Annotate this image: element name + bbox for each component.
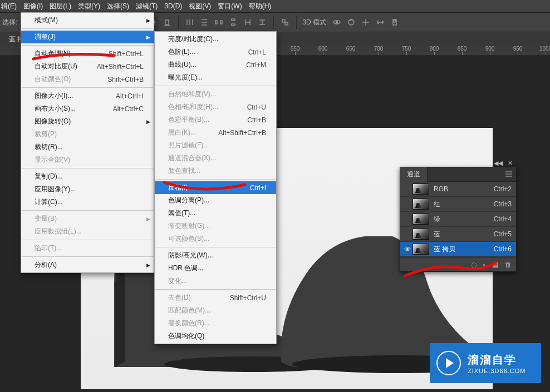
adjust-menu-item[interactable]: 色调均化(Q) (155, 330, 276, 343)
channel-row[interactable]: RGBCtrl+2 (400, 182, 516, 197)
image-menu-item[interactable]: 自动对比度(U)Alt+Shift+Ctrl+L (21, 60, 154, 73)
image-menu-item[interactable]: 调整(J) (21, 31, 154, 43)
channel-row[interactable]: 红Ctrl+3 (400, 197, 516, 212)
image-menu-item[interactable]: 自动色调(N)Shift+Ctrl+L (21, 47, 154, 60)
menu-divider (22, 28, 153, 29)
adjust-menu-item[interactable]: 亮度/对比度(C)... (155, 33, 276, 46)
distribute-spacing2-icon[interactable] (257, 17, 268, 28)
ruler-mark: 650 (346, 46, 356, 52)
menu-item-label: 阈值(T)... (168, 209, 266, 218)
menu-item-label: 色调分离(P)... (168, 196, 266, 205)
menu-item-label: 应用数据组(L)... (35, 227, 144, 236)
align-bottom-icon[interactable] (161, 17, 173, 28)
distribute-h-icon[interactable] (184, 17, 195, 28)
image-menu-item[interactable]: 画布大小(S)...Alt+Ctrl+C (21, 102, 154, 115)
save-selection-icon[interactable]: ▫ (483, 261, 485, 269)
menu-item-shortcut: Ctrl+I (250, 184, 266, 192)
menu-window[interactable]: 窗口(W) (214, 0, 245, 13)
menu-3d[interactable]: 3D(D) (161, 1, 185, 12)
image-menu-item[interactable]: 分析(A) (21, 259, 154, 271)
roll-icon[interactable] (346, 17, 357, 28)
adjust-menu-item[interactable]: 曝光度(E)... (155, 71, 276, 84)
distribute-spacing-icon[interactable] (242, 17, 253, 28)
adjust-menu-item[interactable]: 阴影/高光(W)... (155, 249, 276, 262)
menu-item-shortcut: Shift+Ctrl+U (230, 294, 266, 302)
menu-divider (22, 256, 153, 257)
image-menu-item[interactable]: 应用图像(Y)... (21, 183, 154, 196)
image-menu-item[interactable]: 图像旋转(G) (21, 115, 154, 128)
align-to-icon[interactable] (279, 17, 291, 28)
adjust-menu-item[interactable]: 色调分离(P)... (155, 194, 276, 207)
image-menu-item: 陷印(T)... (21, 242, 154, 255)
adjust-menu-item[interactable]: 色阶(L)...Ctrl+L (155, 46, 276, 58)
menu-divider (22, 168, 153, 168)
image-menu-item[interactable]: 复制(D)... (21, 170, 154, 183)
menu-item-label: 自然饱和度(V)... (168, 90, 266, 99)
channel-row[interactable]: 蓝Ctrl+5 (400, 227, 516, 242)
image-menu-item[interactable]: 裁切(R)... (21, 141, 154, 153)
orbit-icon[interactable] (331, 17, 342, 28)
menu-select[interactable]: 选择(S) (104, 0, 132, 13)
menu-filter[interactable]: 滤镜(T) (132, 0, 161, 13)
adjust-menu-item: 去色(D)Shift+Ctrl+U (155, 291, 276, 304)
separator (296, 16, 297, 29)
menu-help[interactable]: 帮助(H) (245, 0, 275, 13)
adjust-menu-item: 替换颜色(R)... (155, 317, 276, 330)
menu-item-label: 色相/饱和度(H)... (168, 102, 232, 112)
adjust-menu-item: 渐变映射(G)... (155, 220, 276, 232)
menu-divider (22, 87, 153, 88)
panel-close-icon[interactable]: ✕ (508, 160, 513, 167)
distribute-h2-icon[interactable] (213, 17, 224, 28)
menu-image[interactable]: 图像(I) (20, 0, 46, 13)
delete-channel-icon[interactable]: 🗑 (505, 261, 512, 269)
adjust-menu-item[interactable]: 阈值(T)... (155, 207, 276, 220)
distribute-v2-icon[interactable] (228, 17, 239, 28)
menu-item-label: 替换颜色(R)... (168, 319, 266, 328)
svg-point-42 (348, 19, 354, 25)
watermark-title: 溜溜自学 (468, 353, 526, 368)
panel-flyout-icon[interactable] (505, 171, 513, 179)
ruler-mark: 750 (402, 46, 411, 52)
channels-tab[interactable]: 通道 (400, 167, 428, 182)
menu-item-label: 色调均化(Q) (168, 331, 266, 341)
adjust-menu-item: 黑白(K)...Alt+Shift+Ctrl+B (155, 126, 276, 139)
image-menu-item[interactable]: 模式(M) (21, 14, 154, 27)
channel-name: 蓝 (434, 230, 494, 239)
channel-shortcut: Ctrl+4 (494, 215, 512, 223)
channel-shortcut: Ctrl+3 (494, 200, 512, 208)
menu-item-label: 阴影/高光(W)... (168, 251, 266, 260)
menu-item-label: 反相(I) (168, 183, 234, 192)
channel-row[interactable]: 绿Ctrl+4 (400, 212, 516, 227)
panel-collapse-icon[interactable]: ◀◀ (494, 160, 503, 167)
svg-rect-31 (232, 24, 235, 26)
menu-type[interactable]: 类型(Y) (75, 0, 104, 13)
menu-view[interactable]: 视图(V) (185, 0, 214, 13)
menu-item-label: 模式(M) (35, 16, 144, 25)
separator (178, 16, 179, 29)
menu-item-shortcut: Alt+Ctrl+C (113, 105, 144, 113)
new-channel-icon[interactable]: ▤ (492, 261, 498, 269)
load-selection-icon[interactable]: ◌ (471, 261, 477, 269)
image-menu-item[interactable]: 计算(C)... (21, 196, 154, 209)
channel-shortcut: Ctrl+6 (494, 245, 512, 253)
menu-item-label: 图像大小(I)... (35, 91, 100, 101)
menu-item-label: 去色(D) (168, 293, 214, 302)
image-menu-item[interactable]: 图像大小(I)...Alt+Ctrl+I (21, 90, 154, 102)
zoom-icon[interactable] (389, 17, 400, 28)
menu-item-label: 画布大小(S)... (35, 104, 97, 113)
menu-item-label: 色阶(L)... (168, 47, 233, 57)
visibility-eye-icon[interactable]: 👁 (402, 245, 412, 254)
channel-row[interactable]: 👁蓝 拷贝Ctrl+6 (400, 242, 516, 257)
distribute-v-icon[interactable] (199, 17, 210, 28)
menu-edit[interactable]: 辑(E) (1, 0, 20, 13)
adjust-menu-item[interactable]: HDR 色调... (155, 262, 276, 275)
menu-item-label: 曝光度(E)... (168, 73, 266, 82)
adjust-menu-item: 色相/饱和度(H)...Ctrl+U (155, 101, 276, 113)
menu-item-label: 裁剪(P) (35, 130, 144, 139)
menu-layer[interactable]: 图层(L) (46, 0, 75, 13)
adjust-menu-item[interactable]: 曲线(U)...Ctrl+M (155, 58, 276, 71)
slide-icon[interactable] (375, 17, 386, 28)
pan-icon[interactable] (360, 17, 371, 28)
menu-divider (22, 45, 153, 46)
adjust-menu-item[interactable]: 反相(I)Ctrl+I (155, 181, 276, 194)
